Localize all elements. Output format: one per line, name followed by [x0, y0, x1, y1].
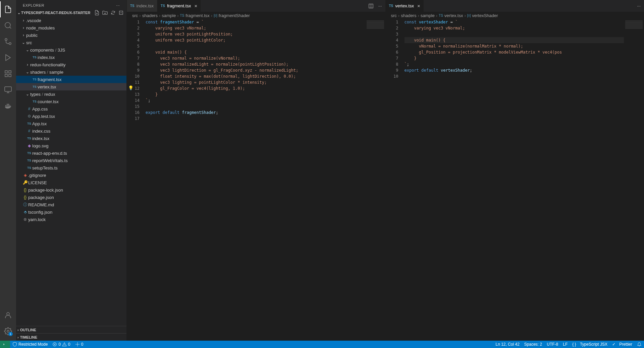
notifications-icon[interactable] [635, 341, 644, 348]
project-header[interactable]: ⌄ TYPESCRIPT-REACT-REDUX-STARTER [16, 9, 126, 16]
file-reportweb[interactable]: TSreportWebVitals.ts [16, 157, 126, 164]
breadcrumbs-left[interactable]: src› shaders› sample› TS fragment.tsx› [… [127, 12, 385, 19]
svg-point-0 [5, 22, 10, 28]
language-mode[interactable]: { } TypeScript JSX [570, 341, 610, 348]
folder-components[interactable]: ⌄components / 3JS [16, 46, 126, 54]
prettier[interactable]: ✓ Prettier [610, 341, 635, 348]
settings-gear-icon[interactable]: 1 [0, 323, 16, 339]
svg-rect-5 [9, 71, 11, 73]
eol[interactable]: LF [560, 341, 570, 348]
more-icon[interactable]: ··· [637, 3, 641, 8]
svg-rect-7 [9, 74, 11, 77]
file-comp-index[interactable]: TSindex.tsx [16, 54, 126, 61]
refresh-icon[interactable] [110, 10, 116, 15]
tab-fragment[interactable]: TS fragment.tsx × [157, 0, 201, 12]
restricted-mode[interactable]: Restricted Mode [10, 341, 50, 348]
file-apptsx[interactable]: TSApp.tsx [16, 120, 126, 127]
lightbulb-icon[interactable]: 💡 [128, 85, 133, 90]
sidebar-more-icon[interactable]: ··· [116, 3, 120, 7]
sidebar-title: EXPLORER [23, 3, 44, 7]
file-yarn[interactable]: ⊗yarn.lock [16, 216, 126, 223]
file-logosvg[interactable]: ◆logo.svg [16, 142, 126, 149]
svg-rect-6 [5, 74, 7, 77]
tab-vertex[interactable]: TS vertex.tsx × [386, 0, 424, 12]
folder-node-modules[interactable]: ›node_modules [16, 24, 126, 31]
tab-label: fragment.tsx [167, 3, 191, 8]
code-editor-left[interactable]: 1234567891011121314151617 const fragment… [127, 19, 385, 341]
tab-label: vertex.tsx [395, 3, 414, 8]
folder-redux-func[interactable]: ›redux-functionality [16, 61, 126, 68]
svg-point-2 [5, 39, 7, 41]
editor-group-right: TS vertex.tsx × ··· src› shaders› sample… [386, 0, 644, 341]
folder-src[interactable]: ⌄src [16, 39, 126, 46]
breadcrumbs-right[interactable]: src› shaders› sample› TS vertex.tsx› [◊]… [386, 12, 644, 19]
close-icon[interactable]: × [194, 3, 197, 9]
file-pkglock[interactable]: {}package-lock.json [16, 186, 126, 194]
remote-explorer-icon[interactable] [0, 82, 16, 98]
cursor-position[interactable]: Ln 12, Col 42 [493, 341, 522, 348]
status-bar: Restricted Mode 0 0 0 Ln 12, Col 42 Spac… [0, 341, 644, 348]
folder-vscode[interactable]: ›.vscode [16, 17, 126, 24]
file-fragment[interactable]: TSfragment.tsx [16, 76, 126, 83]
activity-bar: 1 [0, 0, 16, 341]
ports[interactable]: 0 [73, 341, 86, 348]
folder-types[interactable]: ⌄types / redux [16, 90, 126, 98]
search-icon[interactable] [0, 17, 16, 33]
svg-point-10 [7, 330, 9, 332]
file-setuptests[interactable]: TSsetupTests.ts [16, 164, 126, 171]
project-name: TYPESCRIPT-REACT-REDUX-STARTER [21, 11, 90, 15]
svg-point-15 [77, 344, 78, 345]
line-gutter: 1234567891011121314151617 [127, 19, 146, 341]
file-apptest[interactable]: ⚙App.test.tsx [16, 113, 126, 120]
file-license[interactable]: 🔑LICENSE [16, 179, 126, 186]
ts-icon: TS [389, 4, 393, 8]
accounts-icon[interactable] [0, 307, 16, 323]
split-editor-icon[interactable] [368, 3, 374, 9]
file-appcss[interactable]: #App.css [16, 105, 126, 113]
chevron-down-icon: ⌄ [17, 11, 20, 15]
ts-icon: TS [130, 4, 135, 8]
minimap[interactable] [365, 19, 385, 341]
tab-index[interactable]: TS index.tsx [127, 0, 157, 12]
folder-shaders[interactable]: ⌄shaders / sample [16, 68, 126, 76]
code-editor-right[interactable]: 12345678910 const vertexShader = ` varyi… [386, 19, 644, 341]
encoding[interactable]: UTF-8 [544, 341, 560, 348]
new-file-icon[interactable] [94, 10, 100, 15]
timeline-section[interactable]: ›TIMELINE [16, 333, 126, 341]
file-pkg[interactable]: {}package.json [16, 194, 126, 201]
svg-point-1 [9, 43, 11, 45]
file-tree[interactable]: ›.vscode ›node_modules ›public ⌄src ⌄com… [16, 16, 126, 326]
file-readme[interactable]: ⓘREADME.md [16, 201, 126, 208]
explorer-icon[interactable] [0, 1, 16, 17]
ts-icon: TS [161, 4, 165, 8]
indentation[interactable]: Spaces: 2 [522, 341, 544, 348]
file-gitignore[interactable]: ◈.gitignore [16, 171, 126, 179]
remote-indicator[interactable] [0, 341, 10, 348]
line-gutter: 12345678910 [386, 19, 405, 341]
file-vertex[interactable]: TSvertex.tsx [16, 83, 126, 90]
file-indexcss[interactable]: #index.css [16, 127, 126, 135]
problems[interactable]: 0 0 [50, 341, 72, 348]
tab-label: index.tsx [137, 3, 154, 8]
svg-rect-4 [5, 71, 7, 73]
tabs-left: TS index.tsx TS fragment.tsx × ··· [127, 0, 385, 12]
more-icon[interactable]: ··· [378, 3, 382, 8]
collapse-all-icon[interactable] [118, 10, 124, 15]
docker-icon[interactable] [0, 98, 16, 114]
file-reactenv[interactable]: TSreact-app-env.d.ts [16, 149, 126, 157]
new-folder-icon[interactable] [102, 10, 108, 15]
editor-group-left: TS index.tsx TS fragment.tsx × ··· src› … [127, 0, 386, 341]
editor-groups: TS index.tsx TS fragment.tsx × ··· src› … [127, 0, 644, 341]
file-counter[interactable]: TScounter.tsx [16, 98, 126, 105]
minimap[interactable] [624, 19, 644, 341]
svg-point-9 [7, 312, 9, 315]
source-control-icon[interactable] [0, 33, 16, 50]
extensions-icon[interactable] [0, 66, 16, 82]
close-icon[interactable]: × [417, 3, 420, 9]
svg-rect-8 [5, 87, 11, 91]
outline-section[interactable]: ›OUTLINE [16, 326, 126, 333]
file-indextsx[interactable]: TSindex.tsx [16, 135, 126, 142]
folder-public[interactable]: ›public [16, 31, 126, 39]
file-tsconfig[interactable]: ⬘tsconfig.json [16, 208, 126, 216]
run-debug-icon[interactable] [0, 50, 16, 66]
